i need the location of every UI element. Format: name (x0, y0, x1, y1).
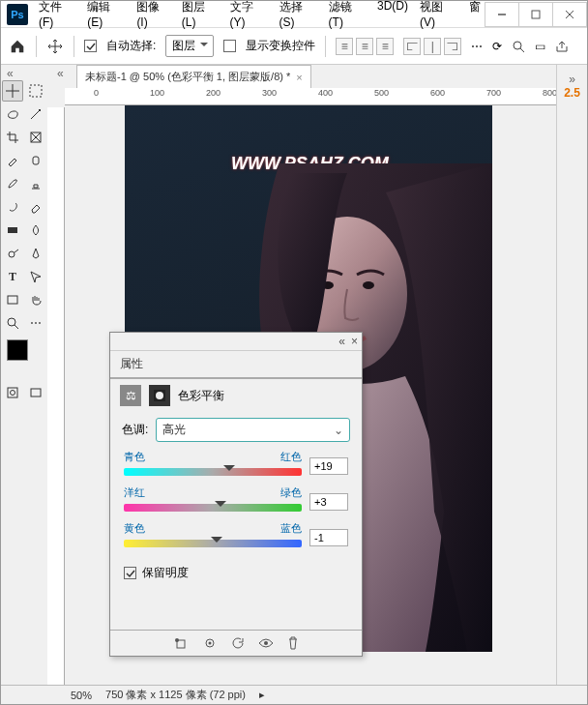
slider-value-input[interactable] (309, 493, 348, 511)
show-transform-checkbox[interactable] (223, 40, 236, 52)
align-3-icon[interactable]: ≡ (376, 38, 394, 55)
align-2-icon[interactable]: ≡ (356, 38, 373, 55)
right-collapse-icon[interactable]: » (557, 73, 587, 86)
menu-view[interactable]: 视图(V) (415, 0, 462, 33)
clip-icon[interactable] (173, 636, 189, 650)
svg-line-16 (15, 325, 18, 329)
menu-window[interactable]: 窗 (464, 0, 485, 33)
toolbox-collapse-icon[interactable]: « (1, 67, 47, 80)
share-icon[interactable] (555, 40, 569, 53)
dock-collapse-icon[interactable]: « (51, 67, 556, 80)
ruler-tick: 0 (94, 88, 99, 98)
auto-select-target[interactable]: 图层 (165, 35, 214, 57)
svg-point-24 (156, 392, 163, 399)
healing-tool[interactable] (25, 150, 46, 171)
dodge-tool[interactable] (2, 243, 23, 264)
screen-mode-tool[interactable] (25, 382, 46, 403)
slider-value-input[interactable] (309, 457, 348, 475)
layer-mask-icon[interactable] (149, 385, 170, 406)
minimize-button[interactable] (485, 2, 519, 27)
shape-tool[interactable] (2, 289, 23, 310)
move-tool[interactable] (2, 80, 23, 102)
3d-mode-icon[interactable]: ⟳ (492, 40, 502, 53)
foreground-color-swatch[interactable] (7, 339, 28, 361)
path-tool[interactable] (25, 266, 46, 287)
svg-rect-10 (33, 157, 39, 164)
gradient-tool[interactable] (2, 220, 23, 241)
doc-info[interactable]: 750 像素 x 1125 像素 (72 ppi) (105, 688, 246, 702)
move-tool-icon[interactable] (46, 38, 64, 55)
app-logo-icon: Ps (7, 4, 28, 25)
menu-image[interactable]: 图像(I) (132, 0, 174, 33)
align-4-icon[interactable]: ⫍ (403, 38, 421, 55)
slider-left-label: 洋红 (124, 485, 145, 500)
svg-point-12 (9, 251, 15, 257)
align-6-icon[interactable]: ⫎ (444, 38, 461, 55)
arrange-icon[interactable]: ▭ (535, 40, 545, 53)
visibility-icon[interactable] (258, 636, 274, 650)
color-balance-slider[interactable] (124, 468, 302, 478)
crop-tool[interactable] (2, 127, 23, 148)
wand-tool[interactable] (25, 103, 46, 125)
eraser-tool[interactable] (25, 196, 46, 218)
menu-3d[interactable]: 3D(D) (372, 0, 413, 33)
svg-line-5 (520, 48, 524, 52)
preserve-luminosity-checkbox[interactable] (124, 567, 136, 579)
hand-tool[interactable] (25, 289, 46, 310)
svg-point-28 (209, 642, 212, 645)
color-balance-slider[interactable] (124, 504, 302, 514)
zoom-tool[interactable] (2, 312, 23, 334)
edit-toolbar[interactable]: ⋯ (25, 312, 46, 334)
zoom-level[interactable]: 50% (71, 690, 92, 701)
panel-collapse-icon[interactable]: « (338, 335, 345, 348)
ruler-tick: 400 (318, 88, 333, 98)
ruler-horizontal[interactable]: 0100200300400500600700800 (65, 88, 556, 105)
menu-select[interactable]: 选择(S) (275, 0, 322, 33)
more-icon[interactable]: ⋯ (471, 40, 483, 53)
align-5-icon[interactable]: | (424, 38, 441, 55)
brush-tool[interactable] (2, 173, 23, 194)
view-previous-icon[interactable] (202, 636, 218, 650)
slider-value-input[interactable] (309, 529, 348, 546)
stamp-tool[interactable] (25, 173, 46, 194)
search-icon[interactable] (512, 40, 525, 53)
menu-filter[interactable]: 滤镜(T) (324, 0, 370, 33)
panel-tab-properties[interactable]: 属性 (110, 351, 362, 378)
blur-tool[interactable] (25, 220, 46, 241)
color-balance-slider[interactable] (124, 540, 302, 549)
color-swatches[interactable] (5, 339, 44, 378)
menu-file[interactable]: 文件(F) (34, 0, 80, 33)
home-icon[interactable] (9, 38, 26, 55)
ruler-tick: 200 (206, 88, 220, 98)
delete-icon[interactable] (287, 636, 299, 650)
panel-close-icon[interactable]: × (351, 335, 358, 348)
svg-rect-11 (8, 227, 17, 233)
doc-info-chevron-icon[interactable]: ▸ (259, 689, 265, 701)
show-transform-label: 显示变换控件 (246, 38, 315, 54)
close-button[interactable] (552, 2, 587, 27)
pen-tool[interactable] (25, 243, 46, 264)
reset-icon[interactable] (231, 636, 245, 650)
slider-left-label: 黄色 (124, 521, 145, 536)
menu-edit[interactable]: 编辑(E) (82, 0, 130, 33)
maximize-button[interactable] (518, 2, 553, 27)
frame-tool[interactable] (25, 127, 46, 148)
menu-type[interactable]: 文字(Y) (225, 0, 273, 33)
ruler-tick: 300 (262, 88, 277, 98)
svg-point-26 (175, 638, 179, 642)
history-brush-tool[interactable] (2, 196, 23, 218)
quickmask-tool[interactable] (2, 382, 23, 403)
title-bar: Ps 文件(F) 编辑(E) 图像(I) 图层(L) 文字(Y) 选择(S) 滤… (1, 1, 587, 28)
tone-dropdown[interactable]: 高光 (156, 418, 350, 442)
align-1-icon[interactable]: ≡ (336, 38, 353, 55)
svg-point-29 (264, 641, 268, 645)
eyedropper-tool[interactable] (2, 150, 23, 171)
lasso-tool[interactable] (2, 103, 23, 125)
menu-layer[interactable]: 图层(L) (177, 0, 223, 33)
type-tool[interactable]: T (2, 266, 23, 287)
ruler-vertical[interactable] (47, 107, 65, 685)
menu-bar: 文件(F) 编辑(E) 图像(I) 图层(L) 文字(Y) 选择(S) 滤镜(T… (34, 0, 485, 33)
version-label: 2.5 (557, 86, 587, 100)
marquee-tool[interactable] (25, 80, 46, 102)
auto-select-checkbox[interactable] (84, 40, 97, 52)
